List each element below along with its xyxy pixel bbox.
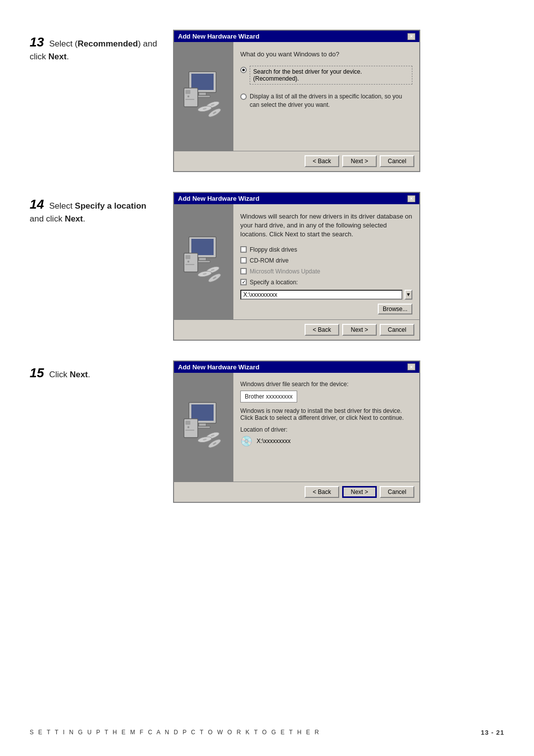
checkbox-specify-label: Specify a location: [250, 279, 298, 286]
svg-rect-7 [185, 99, 194, 100]
location-row-14: ▼ [240, 290, 412, 300]
close-icon-14[interactable]: × [407, 195, 415, 202]
svg-rect-29 [191, 404, 214, 421]
wizard-image-panel-13 [174, 42, 233, 151]
step-15-number: 15 [30, 365, 44, 380]
checkbox-winupdate[interactable]: Microsoft Windows Update [240, 268, 412, 275]
radio-recommended[interactable]: Search for the best driver for your devi… [240, 66, 412, 88]
svg-point-20 [187, 261, 189, 263]
step-14-number: 14 [30, 197, 44, 212]
svg-rect-1 [191, 74, 214, 90]
svg-rect-16 [199, 258, 206, 261]
wizard-dialog-15: Add New Hardware Wizard × [173, 360, 420, 503]
wizard-titlebar-14: Add New Hardware Wizard × [174, 193, 419, 204]
svg-rect-21 [185, 264, 194, 265]
step-15-text: Click Next. [49, 370, 90, 379]
radio-btn-recommended[interactable] [240, 67, 247, 73]
driver-location-value-15: X:\xxxxxxxxx [257, 438, 291, 445]
step-14-row: 14 Select Specify a location and click N… [30, 192, 504, 341]
cancel-button-15[interactable]: Cancel [380, 486, 414, 498]
location-input-14[interactable] [240, 290, 402, 300]
checkbox-floppy-label: Floppy disk drives [250, 246, 297, 253]
radio-label-recommended: Search for the best driver for your devi… [250, 66, 412, 85]
checkbox-floppy[interactable]: Floppy disk drives [240, 246, 412, 253]
location-label-15: Location of driver: [240, 426, 412, 433]
titlebar-buttons-14: × [407, 195, 415, 202]
checkbox-floppy-box[interactable] [240, 246, 247, 253]
radio-btn-list[interactable] [240, 93, 247, 100]
dropdown-arrow-14[interactable]: ▼ [404, 290, 412, 300]
wizard-title-14-label: Add New Hardware Wizard [178, 195, 260, 202]
next-button-13[interactable]: Next > [342, 155, 377, 167]
cd-drive-icon: 💿 [240, 435, 253, 447]
wizard-body-13: What do you want Windows to do? Search f… [174, 42, 419, 151]
svg-rect-33 [185, 421, 190, 425]
svg-rect-5 [185, 90, 190, 94]
svg-rect-35 [185, 430, 194, 431]
back-button-15[interactable]: < Back [305, 486, 339, 498]
checkbox-cdrom[interactable]: CD-ROM drive [240, 257, 412, 264]
checkbox-winupdate-box[interactable] [240, 268, 247, 274]
step-13-instruction: 13 Select (Recommended) and click Next. [30, 30, 158, 63]
page-footer: S E T T I N G U P T H E M F C A N D P C … [0, 729, 534, 736]
checkbox-cdrom-box[interactable] [240, 257, 247, 264]
wizard-title-13-label: Add New Hardware Wizard [178, 33, 260, 40]
step-13-number: 13 [30, 35, 44, 49]
cancel-button-13[interactable]: Cancel [380, 155, 414, 167]
wizard-content-title-14: Windows will search for new drivers in i… [240, 212, 412, 239]
svg-rect-2 [199, 92, 206, 95]
computer-illustration-14 [179, 234, 228, 289]
next-button-15[interactable]: Next > [342, 486, 377, 498]
titlebar-buttons-13: × [407, 33, 415, 40]
wizard-body-14: Windows will search for new drivers in i… [174, 204, 419, 319]
driver-name-15: Brother xxxxxxxxx [240, 391, 297, 402]
close-icon[interactable]: × [407, 33, 415, 40]
computer-illustration-13 [179, 69, 228, 124]
footer-page-number: 13 - 21 [481, 729, 504, 736]
wizard-title-15-label: Add New Hardware Wizard [178, 363, 260, 371]
cancel-button-14[interactable]: Cancel [380, 324, 414, 336]
wizard-image-panel-15 [174, 373, 233, 482]
step-15-instruction: 15 Click Next. [30, 360, 158, 381]
svg-point-6 [187, 95, 189, 97]
step-13-row: 13 Select (Recommended) and click Next. … [30, 30, 504, 172]
checkbox-cdrom-label: CD-ROM drive [250, 257, 289, 264]
wizard-image-panel-14 [174, 204, 233, 319]
step-13-text: Select (Recommended) and click Next. [30, 39, 157, 61]
step-15-row: 15 Click Next. Add New Hardware Wizard × [30, 360, 504, 503]
ready-text-15: Windows is now ready to install the best… [240, 407, 412, 421]
browse-button-14[interactable]: Browse... [378, 304, 412, 314]
search-label-15: Windows driver file search for the devic… [240, 381, 412, 388]
step-14-instruction: 14 Select Specify a location and click N… [30, 192, 158, 225]
wizard-footer-13: < Back Next > Cancel [174, 151, 419, 171]
checkbox-winupdate-label: Microsoft Windows Update [250, 268, 320, 275]
wizard-body-15: Windows driver file search for the devic… [174, 373, 419, 482]
svg-rect-30 [199, 423, 206, 426]
wizard-footer-15: < Back Next > Cancel [174, 482, 419, 502]
wizard-titlebar-15: Add New Hardware Wizard × [174, 361, 419, 373]
step-14-text: Select Specify a location and click Next… [30, 201, 146, 223]
svg-point-34 [187, 426, 189, 428]
next-button-14[interactable]: Next > [342, 324, 377, 336]
radio-label-list: Display a list of all the drivers in a s… [250, 92, 412, 109]
back-button-14[interactable]: < Back [305, 324, 339, 336]
wizard-content-title-13: What do you want Windows to do? [240, 50, 412, 59]
titlebar-buttons-15: × [407, 363, 415, 370]
radio-list[interactable]: Display a list of all the drivers in a s… [240, 92, 412, 109]
svg-rect-19 [185, 255, 190, 259]
driver-location-row-15: 💿 X:\xxxxxxxxx [240, 435, 412, 447]
checkbox-specify[interactable]: Specify a location: [240, 279, 412, 286]
wizard-titlebar-13: Add New Hardware Wizard × [174, 31, 419, 42]
wizard-content-panel-13: What do you want Windows to do? Search f… [233, 42, 419, 151]
svg-rect-15 [191, 239, 214, 255]
back-button-13[interactable]: < Back [305, 155, 339, 167]
close-icon-15[interactable]: × [407, 363, 415, 370]
computer-illustration-15 [179, 400, 228, 454]
wizard-content-panel-15: Windows driver file search for the devic… [233, 373, 419, 482]
wizard-content-panel-14: Windows will search for new drivers in i… [233, 204, 419, 319]
wizard-dialog-13: Add New Hardware Wizard × [173, 30, 420, 172]
checkbox-specify-box[interactable] [240, 279, 247, 285]
wizard-dialog-14: Add New Hardware Wizard × [173, 192, 420, 341]
footer-left-text: S E T T I N G U P T H E M F C A N D P C … [30, 729, 320, 736]
wizard-footer-14: < Back Next > Cancel [174, 319, 419, 340]
